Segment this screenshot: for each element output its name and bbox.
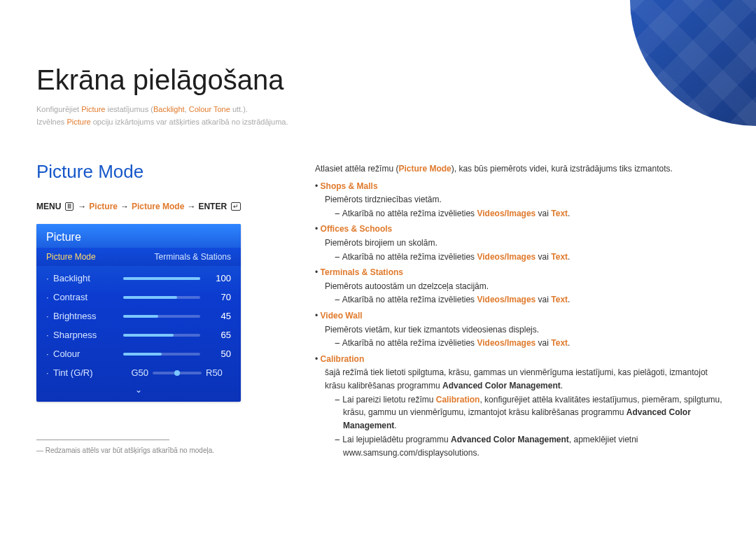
intro-text: utt.). [230,105,248,113]
osd-row-label: Brightness [53,311,123,321]
intro-hl: Picture [81,105,105,113]
osd-header: Picture [36,224,241,248]
osd-scroll-down-icon[interactable]: ⌄ [36,382,241,402]
intro-block: Konfigurējiet Picture iestatījumus (Back… [36,104,288,128]
intro-text: Konfigurējiet [36,105,81,113]
menu-breadcrumb: MENU Ⅲ → Picture → Picture Mode → ENTER … [36,202,242,211]
mode-sub: Atkarībā no attēla režīma izvēlieties Vi… [335,251,722,264]
osd-row-sharpness[interactable]: ·Sharpness 65 [36,325,241,344]
slider-track[interactable] [123,353,200,356]
intro-text: iestatījumus ( [105,105,153,113]
osd-tab-picture-mode[interactable]: Picture Mode [46,252,96,262]
arrow-icon: → [78,202,86,211]
enter-icon: ↵ [231,202,241,211]
osd-panel: Picture Picture Mode Terminals & Station… [36,224,241,402]
chapter-title: Ekrāna pielāgošana [36,64,284,96]
mode-name: Calibration [315,354,364,364]
osd-row-value: 50 [207,349,231,359]
mode-sub: Atkarībā no attēla režīma izvēlieties Vi… [335,207,722,220]
osd-row-label: Contrast [53,292,123,302]
intro-hl: Colour Tone [189,105,230,113]
mode-item-videowall: Video Wall Piemērots vietām, kur tiek iz… [315,309,722,350]
osd-row-label: Tint (G/R) [53,367,123,378]
slider-fill [123,315,158,318]
intro-hl: Backlight [153,105,185,113]
breadcrumb-item: Picture Mode [132,202,184,211]
footnote-text: ― Redzamais attēls var būt atšķirīgs atk… [36,447,214,454]
mode-desc: Piemērots vietām, kur tiek izmantots vid… [325,323,722,337]
mode-item-terminals: Terminals & Stations Piemērots autoostām… [315,266,722,307]
body-column: Atlasiet attēla režīmu (Picture Mode), k… [315,162,722,462]
osd-row-value: 45 [207,311,231,321]
osd-tabs: Picture Mode Terminals & Stations [36,248,241,266]
section-title: Picture Mode [36,161,144,183]
mode-item-calibration: Calibration šajā režīmā tiek lietoti spi… [315,353,722,460]
intro-hl: Picture [66,118,90,126]
osd-row-label: Sharpness [53,330,123,340]
osd-row-contrast[interactable]: ·Contrast 70 [36,288,241,307]
slider-fill [123,277,200,280]
footnote-divider [36,440,169,440]
breadcrumb-menu: MENU [36,202,61,211]
mode-item-offices: Offices & Schools Piemērots birojiem un … [315,223,722,263]
breadcrumb-enter: ENTER [198,202,227,211]
slider-fill [123,353,162,356]
mode-desc: šajā režīmā tiek lietoti spilgtuma, krās… [325,366,722,392]
osd-row-value: 100 [207,273,231,283]
osd-row-backlight[interactable]: ·Backlight 100 [36,269,241,288]
decorative-corner [630,0,756,126]
osd-row-brightness[interactable]: ·Brightness 45 [36,307,241,325]
mode-desc: Piemērots autoostām un dzelzceļa stacijā… [325,280,722,293]
mode-name: Video Wall [315,311,363,321]
slider-track[interactable] [123,277,200,280]
lead-text: Atlasiet attēla režīmu ( [315,164,398,174]
slider-fill [123,334,174,337]
menu-icon: Ⅲ [65,202,74,211]
tint-left-value: G50 [123,367,148,378]
osd-row-label: Backlight [53,273,123,283]
mode-sub: Atkarībā no attēla režīma izvēlieties Vi… [335,293,722,307]
tint-slider-knob[interactable] [174,370,180,376]
mode-desc: Piemērots tirdzniecības vietām. [325,193,722,206]
mode-item-shops: Shops & Malls Piemērots tirdzniecības vi… [315,180,722,220]
tint-slider-track[interactable] [153,372,202,374]
intro-text: opciju izkārtojums var atšķirties atkarī… [91,118,288,126]
arrow-icon: → [187,202,195,211]
mode-name: Offices & Schools [315,224,392,234]
mode-sub: Lai lejupielādētu programmu Advanced Col… [335,433,722,459]
mode-name: Shops & Malls [315,181,378,191]
osd-row-tint[interactable]: ·Tint (G/R) G50 R50 [36,363,241,382]
mode-desc: Piemērots birojiem un skolām. [325,237,722,250]
mode-name: Terminals & Stations [315,267,403,277]
tint-right-value: R50 [206,367,231,378]
osd-rows: ·Backlight 100 ·Contrast 70 ·Brightness … [36,266,241,382]
mode-sub: Atkarībā no attēla režīma izvēlieties Vi… [335,337,722,350]
mode-sub: Lai pareizi lietotu režīmu Calibration, … [335,393,722,433]
lead-hl: Picture Mode [398,164,451,174]
mode-list: Shops & Malls Piemērots tirdzniecības vi… [315,180,722,460]
osd-row-label: Colour [53,349,123,359]
slider-track[interactable] [123,296,200,299]
breadcrumb-item: Picture [89,202,118,211]
lead-text: ), kas būs piemērots videi, kurā izstrād… [451,164,673,174]
intro-text: Izvēlnes [36,118,66,126]
arrow-icon: → [120,202,129,211]
slider-track[interactable] [123,334,200,337]
osd-row-value: 70 [207,292,231,302]
slider-fill [123,296,177,299]
slider-track[interactable] [123,315,200,318]
osd-row-value: 65 [207,330,231,340]
osd-row-colour[interactable]: ·Colour 50 [36,344,241,363]
osd-tab-value[interactable]: Terminals & Stations [155,252,231,262]
